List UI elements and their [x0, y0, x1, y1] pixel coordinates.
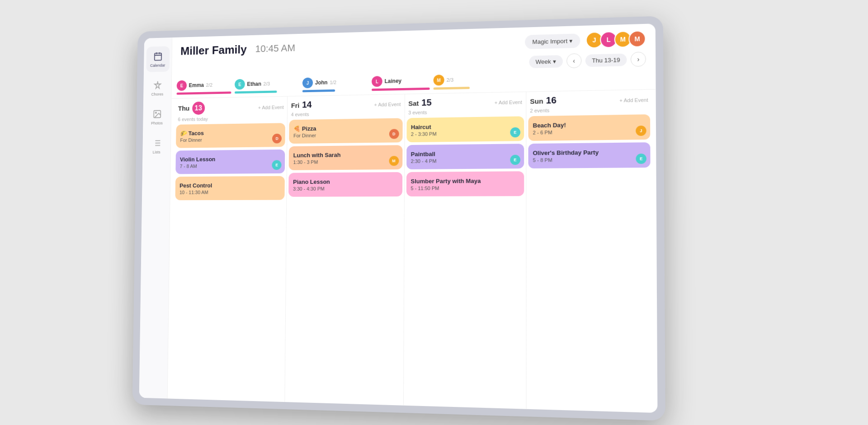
day-num-thu: 13	[192, 102, 205, 115]
member-fraction-john: 1/2	[330, 79, 336, 85]
event-pest[interactable]: Pest Control 10 - 11:30 AM	[175, 176, 285, 201]
day-name-fri: Fri	[291, 102, 299, 109]
event-birthday-title: Oliver's Birthday Party	[533, 148, 646, 156]
member-avatar-john: J	[302, 78, 313, 89]
event-violin-time: 7 - 8 AM	[180, 163, 281, 168]
event-tacos-avatar: D	[272, 134, 282, 144]
sidebar-calendar-label: Calendar	[150, 63, 165, 68]
main-content: Miller Family 10:45 AM Magic Import ▾ J …	[168, 23, 658, 413]
events-thu: 🌮 Tacos For Dinner D Violin Lesson 7 - 8…	[175, 123, 286, 200]
member-fraction-ethan: 2/3	[264, 81, 270, 87]
member-fraction-emma: 2/2	[206, 82, 212, 88]
event-violin-avatar: E	[272, 160, 282, 170]
member-bar-john	[302, 89, 335, 92]
sidebar-item-photos[interactable]: Photos	[145, 104, 169, 130]
day-columns: Thu 13 + Add Event 6 events today 🌮 Taco…	[168, 89, 658, 413]
sidebar-item-calendar[interactable]: Calendar	[146, 46, 170, 72]
date-range: Thu 13-19	[585, 53, 627, 67]
week-label: Week	[536, 58, 551, 65]
day-name-sat: Sat	[408, 99, 419, 107]
member-bar-lainey	[372, 88, 430, 91]
event-paintball-avatar: E	[510, 155, 520, 165]
svg-point-5	[155, 112, 156, 113]
member-name-ethan: Ethan	[247, 81, 261, 87]
event-beach-time: 2 - 6 PM	[533, 128, 646, 135]
sidebar-item-chores[interactable]: Chores	[146, 75, 169, 101]
sidebar-item-lists[interactable]: Lists	[145, 133, 168, 159]
event-pizza-time: For Dinner	[293, 131, 398, 138]
event-paintball-time: 2:30 - 4 PM	[411, 157, 519, 163]
event-haircut-time: 2 - 3:30 PM	[411, 130, 519, 136]
magic-import-button[interactable]: Magic Import ▾	[525, 33, 580, 49]
avatar-group: J L M M	[586, 30, 646, 48]
event-pizza-avatar: D	[389, 129, 399, 139]
event-beach-title: Beach Day!	[533, 120, 646, 129]
member-fraction-maya: 2/3	[447, 77, 453, 83]
day-header-sat: Sat 15 + Add Event	[406, 92, 524, 110]
events-sat: Haircut 2 - 3:30 PM E Paintball 2:30 - 4…	[406, 116, 524, 196]
day-num-sun: 16	[546, 95, 557, 106]
calendar-icon	[152, 51, 163, 62]
sidebar-chores-label: Chores	[151, 92, 164, 97]
event-lunch-sarah[interactable]: Lunch with Sarah 1:30 - 3 PM M	[289, 145, 402, 170]
event-tacos-time: For Dinner	[180, 136, 281, 142]
event-paintball-title: Paintball	[411, 149, 519, 157]
day-header-thu: Thu 13 + Add Event	[176, 97, 286, 117]
event-pizza[interactable]: 🍕 Pizza For Dinner D	[289, 118, 402, 144]
event-haircut-title: Haircut	[411, 122, 519, 130]
member-bar-emma	[177, 92, 231, 95]
event-beach-avatar: J	[636, 126, 646, 136]
day-col-sat: Sat 15 + Add Event 3 events Haircut 2 - …	[403, 92, 526, 409]
add-event-fri[interactable]: + Add Event	[374, 102, 401, 107]
svg-rect-0	[154, 53, 161, 61]
event-piano-title: Piano Lesson	[293, 178, 398, 185]
member-bar-maya	[434, 87, 470, 90]
event-tacos-title: 🌮 Tacos	[180, 129, 281, 137]
day-name-sun: Sun	[530, 97, 543, 105]
day-col-sun: Sun 16 + Add Event 2 events Beach Day! 2…	[526, 89, 654, 413]
event-slumber[interactable]: Slumber Party with Maya 5 - 11:50 PM	[406, 171, 524, 196]
device-frame: Calendar Chores Photos	[132, 16, 665, 420]
photos-icon	[151, 108, 162, 120]
event-violin-title: Violin Lesson	[180, 155, 281, 163]
event-paintball[interactable]: Paintball 2:30 - 4 PM E	[406, 144, 524, 169]
day-col-fri: Fri 14 + Add Event 4 events 🍕 Pizza For …	[285, 94, 405, 406]
lists-icon	[151, 137, 162, 149]
chores-icon	[152, 79, 163, 91]
day-num-fri: 14	[302, 100, 312, 110]
member-avatar-maya: M	[434, 75, 444, 85]
sidebar-lists-label: Lists	[153, 150, 160, 154]
day-header-sun: Sun 16 + Add Event	[528, 89, 650, 108]
next-week-button[interactable]: ›	[631, 51, 646, 67]
avatar-m2[interactable]: M	[628, 30, 646, 47]
events-sun: Beach Day! 2 - 6 PM J Oliver's Birthday …	[528, 114, 650, 168]
family-title: Miller Family	[180, 42, 247, 58]
member-avatar-ethan: E	[235, 79, 245, 90]
magic-import-chevron: ▾	[569, 37, 572, 44]
event-beach[interactable]: Beach Day! 2 - 6 PM J	[528, 114, 650, 141]
add-event-thu[interactable]: + Add Event	[258, 104, 284, 110]
event-haircut-avatar: E	[510, 127, 520, 138]
event-violin[interactable]: Violin Lesson 7 - 8 AM E	[175, 149, 285, 174]
prev-week-button[interactable]: ‹	[566, 53, 581, 68]
magic-import-label: Magic Import	[532, 37, 567, 45]
event-tacos[interactable]: 🌮 Tacos For Dinner D	[176, 123, 285, 148]
event-pizza-title: 🍕 Pizza	[293, 124, 398, 132]
week-view-button[interactable]: Week ▾	[529, 55, 562, 68]
add-event-sun[interactable]: + Add Event	[619, 97, 648, 103]
member-avatar-emma: E	[177, 80, 187, 91]
add-event-sat[interactable]: + Add Event	[495, 99, 522, 105]
day-num-sat: 15	[421, 98, 431, 108]
sidebar-photos-label: Photos	[151, 121, 163, 126]
event-haircut[interactable]: Haircut 2 - 3:30 PM E	[406, 116, 524, 142]
event-birthday[interactable]: Oliver's Birthday Party 5 - 8 PM E	[528, 142, 650, 168]
member-name-emma: Emma	[189, 82, 204, 89]
member-name-lainey: Lainey	[385, 78, 402, 84]
event-birthday-time: 5 - 8 PM	[533, 156, 646, 163]
event-lunch-sarah-time: 1:30 - 3 PM	[293, 159, 398, 165]
event-lunch-sarah-title: Lunch with Sarah	[293, 151, 398, 159]
day-name-thu: Thu	[178, 104, 190, 112]
event-slumber-time: 5 - 11:50 PM	[410, 185, 519, 191]
event-pest-time: 10 - 11:30 AM	[179, 189, 280, 195]
event-piano[interactable]: Piano Lesson 3:30 - 4:30 PM	[288, 172, 402, 197]
